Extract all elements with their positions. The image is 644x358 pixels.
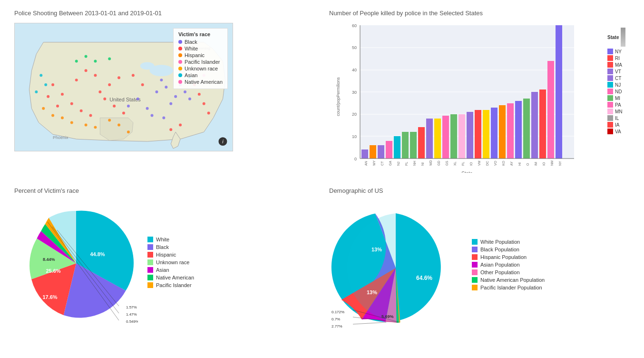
svg-rect-84	[370, 145, 376, 159]
svg-point-27	[98, 90, 101, 93]
legend-label-black: Black	[185, 39, 197, 45]
legend-item-black: Black	[178, 39, 223, 45]
swatch-black	[147, 244, 153, 250]
map-panel: Police Shooting Between 2013-01-01 and 2…	[10, 5, 320, 178]
svg-text:NJ: NJ	[397, 161, 400, 166]
legend-dot-unknown	[178, 67, 182, 70]
legend-white: White	[147, 237, 194, 242]
svg-text:IM: IM	[534, 162, 537, 166]
svg-point-48	[94, 126, 97, 129]
svg-point-64	[94, 60, 97, 62]
bar-chart-panel: Number of People killed by police in the…	[324, 5, 634, 178]
svg-point-43	[47, 95, 49, 98]
svg-point-47	[85, 123, 88, 126]
svg-rect-103	[523, 99, 530, 159]
svg-text:United States: United States	[109, 97, 141, 102]
svg-point-23	[75, 79, 78, 81]
svg-text:GA: GA	[389, 161, 392, 166]
svg-point-16	[188, 98, 191, 100]
svg-point-12	[169, 102, 172, 105]
swatch-other-pop	[472, 269, 478, 275]
svg-rect-95	[459, 114, 465, 159]
swatch-va	[607, 129, 613, 134]
svg-text:GS: GS	[445, 161, 449, 166]
svg-rect-91	[426, 119, 433, 159]
svg-line-153	[353, 322, 386, 324]
legend-pacific: Pacific Islander	[147, 282, 194, 288]
legend-native-pop: Native American Population	[472, 277, 545, 283]
svg-text:NI: NI	[421, 162, 424, 166]
swatch-black-pop	[472, 247, 478, 252]
svg-text:WY: WY	[372, 160, 376, 166]
svg-text:13%: 13%	[367, 289, 377, 295]
svg-rect-104	[531, 92, 538, 159]
svg-text:XL: XL	[453, 161, 457, 166]
svg-point-33	[89, 114, 92, 117]
swatch-ct	[607, 75, 613, 81]
svg-point-28	[103, 98, 106, 100]
swatch-hispanic-pop	[472, 254, 478, 260]
svg-text:count/popPermilions: count/popPermilions	[336, 77, 341, 116]
svg-point-39	[207, 112, 210, 115]
svg-text:13%: 13%	[371, 247, 382, 252]
svg-text:5.69%: 5.69%	[381, 314, 394, 319]
svg-text:AY: AY	[510, 161, 513, 166]
svg-point-55	[44, 83, 47, 86]
svg-rect-87	[394, 136, 400, 159]
swatch-asian-pop	[472, 262, 478, 268]
bar-legend-mn: MN	[607, 109, 625, 114]
swatch-ia	[607, 122, 613, 128]
legend-asian-pop: Asian Population	[472, 262, 545, 268]
svg-rect-83	[361, 149, 368, 159]
swatch-hispanic	[147, 252, 153, 258]
svg-point-62	[75, 60, 78, 62]
svg-text:GD: GD	[437, 161, 440, 166]
victim-race-pie-panel: Percent of Victim's race	[10, 182, 320, 337]
svg-point-21	[85, 69, 88, 72]
svg-text:DC: DC	[486, 161, 489, 166]
swatch-nj	[607, 82, 613, 88]
legend-black-pop: Black Population	[472, 247, 545, 252]
svg-point-38	[203, 102, 205, 105]
svg-text:10: 10	[352, 134, 357, 139]
legend-dot-hispanic	[178, 53, 182, 57]
svg-point-11	[174, 95, 177, 98]
svg-point-65	[108, 57, 111, 60]
svg-text:60: 60	[352, 23, 357, 28]
svg-text:IO: IO	[542, 162, 546, 166]
demographic-pie-panel: Demographic of US	[324, 182, 634, 337]
bar-legend-va: VA	[607, 129, 625, 134]
svg-text:44.8%: 44.8%	[90, 251, 105, 257]
svg-point-45	[61, 117, 64, 119]
svg-text:40: 40	[352, 68, 357, 72]
svg-rect-99	[491, 108, 498, 159]
swatch-pacific	[147, 282, 153, 288]
svg-rect-102	[515, 101, 522, 159]
swatch-native	[147, 275, 153, 280]
svg-text:VM: VM	[478, 160, 481, 166]
svg-rect-88	[402, 132, 409, 159]
legend-label-pacific: Pacific Islander	[185, 59, 220, 65]
svg-rect-101	[507, 103, 514, 159]
svg-point-52	[117, 123, 120, 126]
swatch-pa	[607, 102, 613, 108]
legend-asian: Asian	[147, 267, 194, 273]
svg-text:1.47%: 1.47%	[126, 312, 137, 317]
svg-point-13	[146, 107, 149, 110]
svg-point-19	[151, 114, 154, 117]
svg-text:0.549%: 0.549%	[126, 319, 138, 324]
svg-point-10	[156, 90, 158, 93]
svg-point-56	[35, 90, 38, 93]
legend-item-hispanic: Hispanic	[178, 52, 223, 58]
svg-text:17.6%: 17.6%	[42, 294, 57, 300]
svg-point-51	[108, 119, 111, 122]
swatch-white	[147, 237, 153, 242]
svg-text:CT: CT	[381, 161, 384, 166]
svg-text:State: State	[461, 171, 473, 173]
swatch-mn	[607, 109, 613, 114]
svg-point-34	[122, 112, 125, 115]
svg-text:0: 0	[354, 157, 357, 161]
legend-black: Black	[147, 244, 194, 250]
svg-text:Phoenix: Phoenix	[53, 135, 68, 140]
svg-rect-107	[556, 25, 562, 159]
